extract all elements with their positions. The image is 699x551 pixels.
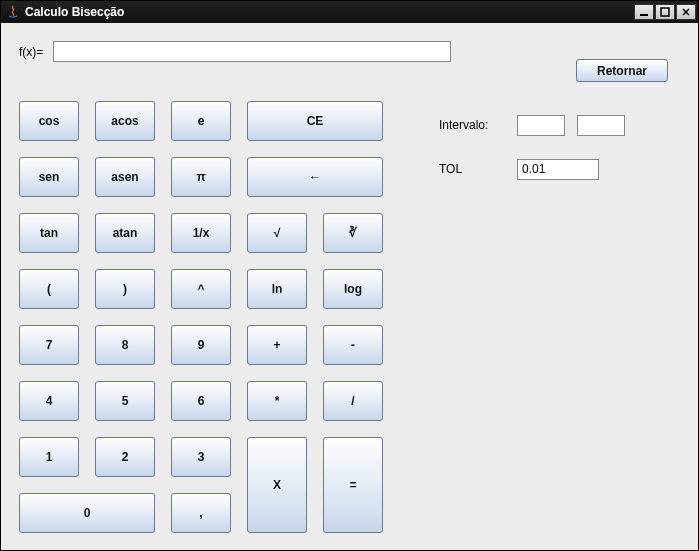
ln-button[interactable]: ln — [247, 269, 307, 309]
divide-button[interactable]: / — [323, 381, 383, 421]
digit-9-button[interactable]: 9 — [171, 325, 231, 365]
titlebar: Calculo Bisecção — [1, 1, 698, 23]
sqrt-button[interactable]: √ — [247, 213, 307, 253]
pi-button[interactable]: π — [171, 157, 231, 197]
atan-button[interactable]: atan — [95, 213, 155, 253]
comma-button[interactable]: , — [171, 493, 231, 533]
close-button[interactable] — [676, 4, 696, 20]
content-area: f(x)= Retornar Intervalo: TOL cos acos e… — [1, 23, 698, 550]
digit-6-button[interactable]: 6 — [171, 381, 231, 421]
plus-button[interactable]: + — [247, 325, 307, 365]
app-window: Calculo Bisecção f(x)= Retornar Interval… — [0, 0, 699, 551]
return-button[interactable]: Retornar — [576, 59, 668, 82]
log-button[interactable]: log — [323, 269, 383, 309]
x-variable-button[interactable]: X — [247, 437, 307, 533]
minus-button[interactable]: - — [323, 325, 383, 365]
intervalo-a-input[interactable] — [517, 115, 565, 136]
tol-input[interactable] — [517, 159, 599, 180]
minimize-button[interactable] — [634, 4, 654, 20]
intervalo-row: Intervalo: — [439, 103, 625, 147]
digit-0-button[interactable]: 0 — [19, 493, 155, 533]
fx-input[interactable] — [53, 41, 451, 62]
digit-4-button[interactable]: 4 — [19, 381, 79, 421]
clear-entry-button[interactable]: CE — [247, 101, 383, 141]
power-button[interactable]: ^ — [171, 269, 231, 309]
cbrt-button[interactable]: ∛ — [323, 213, 383, 253]
reciprocal-button[interactable]: 1/x — [171, 213, 231, 253]
multiply-button[interactable]: * — [247, 381, 307, 421]
fx-label: f(x)= — [19, 45, 53, 59]
lparen-button[interactable]: ( — [19, 269, 79, 309]
digit-5-button[interactable]: 5 — [95, 381, 155, 421]
svg-rect-1 — [661, 8, 669, 16]
tol-label: TOL — [439, 162, 517, 176]
digit-2-button[interactable]: 2 — [95, 437, 155, 477]
window-title: Calculo Bisecção — [25, 5, 633, 19]
asen-button[interactable]: asen — [95, 157, 155, 197]
digit-7-button[interactable]: 7 — [19, 325, 79, 365]
intervalo-b-input[interactable] — [577, 115, 625, 136]
backspace-button[interactable]: ← — [247, 157, 383, 197]
digit-1-button[interactable]: 1 — [19, 437, 79, 477]
side-panel: Intervalo: TOL — [439, 103, 625, 191]
digit-3-button[interactable]: 3 — [171, 437, 231, 477]
intervalo-inputs — [517, 115, 625, 136]
cos-button[interactable]: cos — [19, 101, 79, 141]
rparen-button[interactable]: ) — [95, 269, 155, 309]
java-icon — [5, 4, 21, 20]
tan-button[interactable]: tan — [19, 213, 79, 253]
window-buttons — [633, 4, 696, 20]
tol-row: TOL — [439, 147, 625, 191]
sen-button[interactable]: sen — [19, 157, 79, 197]
e-button[interactable]: e — [171, 101, 231, 141]
equals-button[interactable]: = — [323, 437, 383, 533]
maximize-button[interactable] — [655, 4, 675, 20]
digit-8-button[interactable]: 8 — [95, 325, 155, 365]
acos-button[interactable]: acos — [95, 101, 155, 141]
intervalo-label: Intervalo: — [439, 118, 517, 132]
